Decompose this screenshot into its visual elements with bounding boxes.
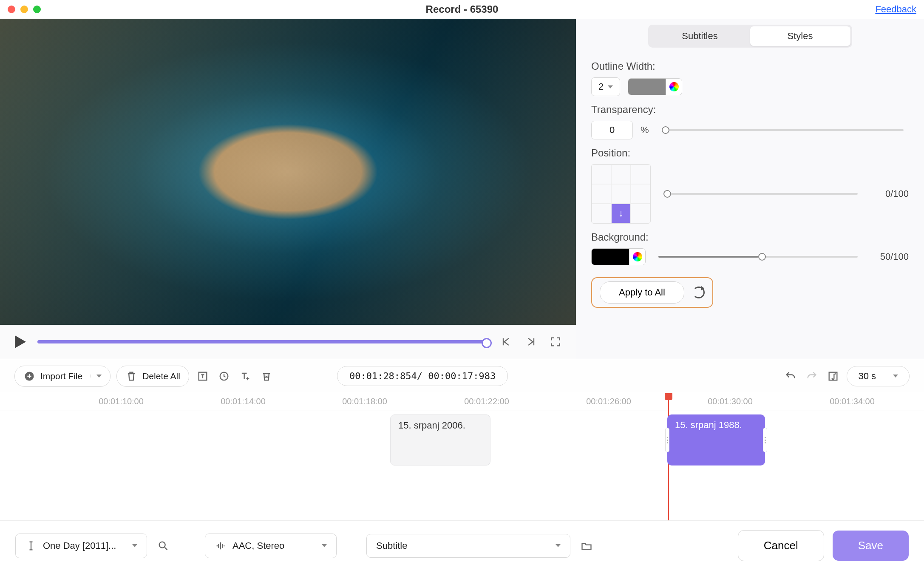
position-slider[interactable] (663, 193, 858, 195)
redo-button[interactable] (804, 369, 819, 384)
file-select[interactable]: One Day [2011]... (15, 534, 147, 558)
position-ratio: 0/100 (870, 188, 909, 199)
subtitle-clip-2[interactable]: 15. srpanj 1988. (667, 414, 765, 465)
add-text-icon[interactable] (195, 369, 210, 384)
feedback-link[interactable]: Feedback (875, 4, 916, 15)
time-display: 00:01:28:854/ 00:00:17:983 (337, 366, 508, 386)
tab-styles[interactable]: Styles (750, 26, 850, 46)
background-label: Background: (591, 231, 909, 243)
text-plus-icon[interactable] (238, 369, 253, 384)
audio-select[interactable]: AAC, Stereo (205, 534, 337, 558)
color-wheel-icon (633, 252, 642, 261)
minimize-window[interactable] (20, 6, 28, 13)
track-select[interactable]: Subtitle (366, 534, 570, 558)
transparency-input[interactable]: 0 (591, 121, 633, 139)
color-wheel-icon (669, 82, 679, 91)
music-note-icon[interactable] (825, 369, 841, 384)
position-grid[interactable]: ↓ (591, 164, 651, 224)
window-title: Record - 65390 (426, 3, 499, 15)
waveform-icon (215, 540, 227, 552)
outline-width-value: 2 (598, 81, 604, 92)
text-cursor-icon (25, 540, 37, 552)
outline-width-label: Outline Width: (591, 60, 909, 72)
play-button[interactable] (13, 334, 28, 349)
next-button[interactable] (523, 334, 539, 349)
folder-button[interactable] (579, 538, 594, 553)
timeline-tick: 00:01:34:00 (830, 397, 875, 406)
position-label: Position: (591, 147, 909, 159)
cancel-button[interactable]: Cancel (738, 530, 824, 561)
timeline-tick: 00:01:18:00 (342, 397, 387, 406)
background-slider[interactable] (658, 256, 858, 258)
timeline[interactable]: 00:01:10:0000:01:14:0000:01:18:0000:01:2… (0, 393, 924, 520)
zoom-select[interactable]: 30 s (847, 366, 910, 386)
search-button[interactable] (156, 538, 171, 553)
chevron-down-icon (96, 375, 102, 377)
clip-handle-right[interactable] (763, 428, 767, 452)
prev-button[interactable] (499, 334, 514, 349)
import-file-button[interactable]: Import File (14, 366, 111, 387)
timeline-tick: 00:01:22:00 (464, 397, 509, 406)
delete-all-button[interactable]: Delete All (116, 366, 189, 387)
background-color-swatch[interactable] (591, 248, 646, 265)
delete-clip-icon[interactable] (259, 369, 274, 384)
clip-handle-left[interactable] (665, 428, 669, 452)
tab-subtitles[interactable]: Subtitles (650, 26, 750, 46)
timeline-tick: 00:01:14:00 (221, 397, 266, 406)
subtitle-clip-1[interactable]: 15. srpanj 2006. (390, 414, 490, 465)
transparency-slider[interactable] (662, 129, 904, 131)
progress-bar[interactable] (37, 340, 489, 343)
percent-label: % (641, 125, 649, 136)
video-preview (0, 19, 576, 325)
apply-to-all-button[interactable]: Apply to All (600, 281, 684, 304)
timeline-tick: 00:01:26:00 (586, 397, 631, 406)
save-button[interactable]: Save (833, 531, 909, 561)
plus-circle-icon (23, 370, 35, 382)
transparency-label: Transparency: (591, 104, 909, 116)
fullscreen-button[interactable] (548, 334, 563, 349)
chevron-down-icon (322, 544, 327, 547)
close-window[interactable] (8, 6, 15, 13)
arrow-down-icon: ↓ (611, 204, 631, 223)
trash-icon (125, 370, 137, 382)
maximize-window[interactable] (33, 6, 41, 13)
chevron-down-icon (556, 544, 561, 547)
refresh-icon[interactable] (693, 287, 705, 298)
undo-button[interactable] (783, 369, 798, 384)
chevron-down-icon (132, 544, 137, 547)
background-ratio: 50/100 (870, 251, 909, 262)
chevron-down-icon (608, 85, 613, 88)
add-voice-icon[interactable] (216, 369, 232, 384)
outline-color-swatch[interactable] (628, 78, 682, 95)
style-tabs: Subtitles Styles (648, 25, 852, 48)
timeline-tick: 00:01:30:00 (708, 397, 753, 406)
svg-point-4 (159, 542, 165, 548)
outline-width-select[interactable]: 2 (591, 77, 620, 96)
timeline-tick: 00:01:10:00 (99, 397, 144, 406)
chevron-down-icon (893, 375, 898, 377)
